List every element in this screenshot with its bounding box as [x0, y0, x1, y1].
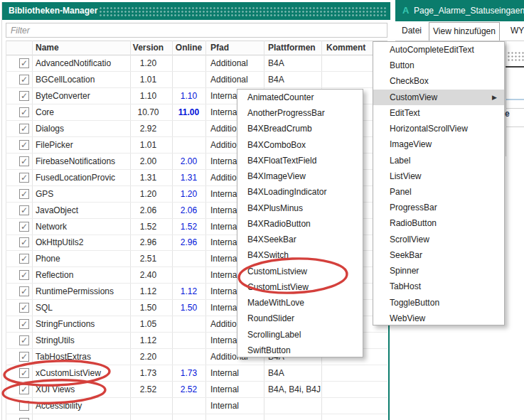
- menu-item-customview[interactable]: CustomView▶: [373, 90, 504, 105]
- menu-datei[interactable]: Datei: [402, 21, 422, 41]
- menu-item-label: CustomListView: [247, 282, 309, 292]
- cell-online[interactable]: 2.00: [172, 154, 205, 170]
- menu-item-b4xradiobutton[interactable]: B4XRadioButton: [237, 216, 363, 232]
- row-checkbox[interactable]: ✓: [19, 335, 29, 345]
- table-header: Name Version Online Pfad Plattformen Kom…: [6, 41, 387, 55]
- table-row[interactable]: ✓AdvancedNotificatio1.20AdditionalB4A: [6, 55, 387, 72]
- column-header-version[interactable]: Version: [124, 41, 172, 55]
- row-checkbox[interactable]: ✓: [19, 91, 29, 101]
- menu-item-b4xswitch[interactable]: B4XSwitch: [237, 247, 363, 263]
- row-checkbox[interactable]: ✓: [19, 368, 29, 378]
- menu-item-anotherprogressbar[interactable]: AnotherProgressBar: [237, 105, 363, 121]
- menu-item-b4xloadingindicator[interactable]: B4XLoadingIndicator: [237, 184, 363, 200]
- table-row[interactable]: ✓BGCellLocation1.01AdditionalB4A: [6, 72, 387, 88]
- menu-item-b4xbreadcrumb[interactable]: B4XBreadCrumb: [237, 121, 363, 136]
- row-checkbox[interactable]: ✓: [19, 140, 29, 150]
- row-checkbox[interactable]: ✓: [19, 107, 29, 117]
- row-checkbox[interactable]: ✓: [19, 124, 29, 134]
- cell-online[interactable]: 1.20: [172, 186, 205, 203]
- row-checkbox[interactable]: ✓: [19, 75, 29, 85]
- filter-input[interactable]: [6, 23, 387, 38]
- menu-item-b4xplusminus[interactable]: B4XPlusMinus: [237, 200, 363, 216]
- library-manager-titlebar[interactable]: Bibliotheken-Manager: [2, 2, 390, 20]
- cell-pfad: Internal: [210, 300, 239, 316]
- menu-item-b4xcombobox[interactable]: B4XComboBox: [237, 137, 363, 153]
- table-row[interactable]: ✓xCustomListView1.731.73InternalB4A: [6, 365, 387, 382]
- table-row[interactable]: ✓XUI Views2.522.52InternalB4A, B4i, B4J: [6, 382, 387, 398]
- menu-item-label: AnimatedCounter: [247, 92, 314, 102]
- row-checkbox[interactable]: ✓: [19, 286, 29, 296]
- row-checkbox[interactable]: ✓: [19, 205, 29, 215]
- menu-item-horizontalscrollview[interactable]: HorizontalScrollView: [373, 121, 504, 136]
- menu-wysiwyg[interactable]: WYSI: [510, 21, 524, 41]
- column-header-pfad[interactable]: Pfad: [210, 41, 229, 55]
- menu-item-label: WebView: [390, 313, 425, 323]
- menu-item-customlistview[interactable]: CustomListView: [237, 279, 363, 295]
- menu-item-imageview[interactable]: ImageView: [373, 136, 504, 152]
- row-checkbox[interactable]: ✓: [19, 237, 29, 247]
- menu-item-tabhost[interactable]: TabHost: [373, 279, 504, 294]
- menu-item-edittext[interactable]: EditText: [373, 105, 504, 121]
- cell-version: 1.31: [124, 170, 172, 186]
- cell-online[interactable]: 2.52: [172, 382, 205, 398]
- background-row-line-bottom: [506, 126, 524, 127]
- menu-item-label[interactable]: Label: [373, 153, 504, 168]
- row-checkbox[interactable]: ✓: [19, 384, 29, 394]
- menu-item-spinner[interactable]: Spinner: [373, 263, 504, 279]
- row-checkbox[interactable]: ✓: [19, 303, 29, 313]
- menu-item-radiobutton[interactable]: RadioButton: [373, 215, 504, 231]
- menu-item-madewithlove[interactable]: MadeWithLove: [237, 295, 363, 311]
- row-checkbox[interactable]: ✓: [19, 189, 29, 199]
- menu-item-button[interactable]: Button: [373, 58, 504, 73]
- cell-online[interactable]: 2.06: [172, 203, 205, 219]
- cell-online[interactable]: 2.96: [172, 235, 205, 251]
- row-checkbox[interactable]: [19, 401, 29, 411]
- menu-item-panel[interactable]: Panel: [373, 184, 504, 200]
- menu-item-label: SeekBar: [390, 250, 422, 260]
- row-checkbox[interactable]: ✓: [19, 156, 29, 166]
- cell-online[interactable]: 1.50: [172, 300, 205, 316]
- row-checkbox[interactable]: ✓: [19, 319, 29, 329]
- cell-online[interactable]: 1.52: [172, 219, 205, 235]
- row-checkbox[interactable]: ✓: [19, 352, 29, 362]
- cell-online[interactable]: 1.12: [172, 284, 205, 300]
- menu-item-scrollinglabel[interactable]: ScrollingLabel: [237, 327, 363, 343]
- menu-item-togglebutton[interactable]: ToggleButton: [373, 295, 504, 311]
- menu-item-autocompleteedittext[interactable]: AutoCompleteEditText: [373, 42, 504, 58]
- menu-item-customlistview[interactable]: CustomListview: [237, 264, 363, 279]
- designer-titlebar[interactable]: A Page_Alarme_Statuseingaeng: [395, 0, 524, 21]
- menu-item-seekbar[interactable]: SeekBar: [373, 247, 504, 263]
- cell-online[interactable]: 11.00: [172, 104, 205, 121]
- cell-online[interactable]: 1.10: [172, 88, 205, 104]
- column-header-plattformen[interactable]: Plattformen: [268, 41, 316, 55]
- row-checkbox[interactable]: ✓: [19, 173, 29, 183]
- menu-item-scrollview[interactable]: ScrollView: [373, 232, 504, 247]
- menu-item-label: CustomView: [390, 92, 437, 102]
- menu-item-progressbar[interactable]: ProgressBar: [373, 200, 504, 215]
- menu-item-b4ximageview[interactable]: B4XImageView: [237, 168, 363, 184]
- menu-item-label: CustomListview: [247, 266, 307, 276]
- row-checkbox[interactable]: ✓: [19, 254, 29, 264]
- menu-item-b4xseekbar[interactable]: B4XSeekBar: [237, 232, 363, 247]
- row-checkbox[interactable]: ✓: [19, 270, 29, 280]
- cell-online[interactable]: 1.31: [172, 170, 205, 186]
- menu-item-roundslider[interactable]: RoundSlider: [237, 311, 363, 326]
- menu-item-webview[interactable]: WebView: [373, 311, 504, 326]
- menu-item-listview[interactable]: ListView: [373, 168, 504, 184]
- menu-item-label: B4XPlusMinus: [247, 203, 303, 213]
- menu-item-checkbox[interactable]: CheckBox: [373, 73, 504, 89]
- menu-view-hinzufuegen[interactable]: View hinzufügen: [429, 22, 500, 41]
- menu-item-swiftbutton[interactable]: SwiftButton: [237, 343, 363, 358]
- column-header-online[interactable]: Online: [172, 41, 205, 55]
- row-checkbox[interactable]: ✓: [19, 58, 29, 68]
- menu-item-b4xfloattextfield[interactable]: B4XFloatTextField: [237, 153, 363, 168]
- menu-item-label: B4XImageView: [247, 171, 306, 181]
- column-header-komment[interactable]: Komment: [326, 41, 365, 55]
- cell-version: 1.50: [124, 300, 172, 316]
- column-header-name[interactable]: Name: [36, 41, 59, 55]
- cell-online[interactable]: 1.73: [172, 365, 205, 382]
- menu-item-animatedcounter[interactable]: AnimatedCounter: [237, 90, 363, 105]
- table-row[interactable]: AccessibilityInternal: [6, 398, 387, 414]
- row-checkbox[interactable]: ✓: [19, 222, 29, 232]
- menu-item-label: Button: [390, 60, 415, 70]
